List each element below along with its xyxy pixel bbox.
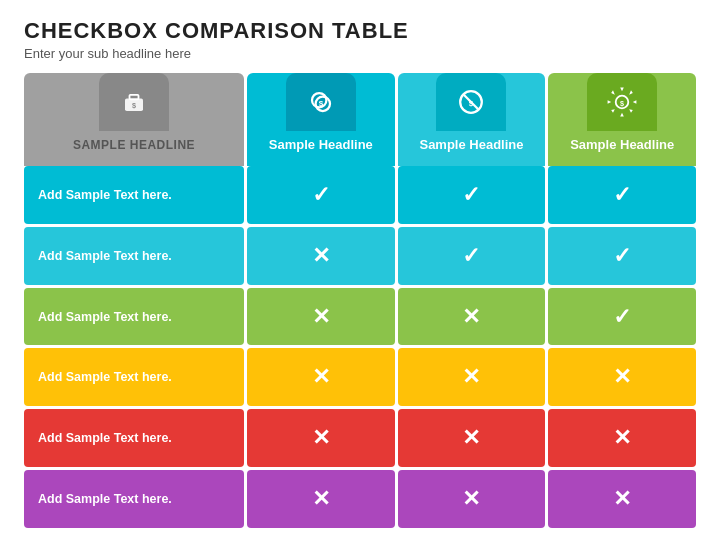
row-1-label[interactable]: Add Sample Text here. <box>24 227 244 285</box>
row-3-cell-2: ✕ <box>548 348 696 406</box>
data-rows: Add Sample Text here. ✓ ✓ ✓ Add Sample T… <box>24 166 696 528</box>
header-row: $ SAMPLE HEADLINE $ Sample Headline <box>24 73 696 166</box>
row-0-cell-1: ✓ <box>398 166 546 224</box>
row-2-cell-0: ✕ <box>247 288 395 346</box>
cross-icon: ✕ <box>613 425 631 451</box>
row-1-cell-1: ✓ <box>398 227 546 285</box>
col-3-icon-tab: $ <box>587 73 657 131</box>
col-1-label: Sample Headline <box>263 137 379 158</box>
col-0-label: SAMPLE HEADLINE <box>67 138 201 158</box>
cross-icon: ✕ <box>312 425 330 451</box>
table-row: Add Sample Text here. ✕ ✕ ✕ <box>24 470 696 528</box>
row-5-label[interactable]: Add Sample Text here. <box>24 470 244 528</box>
check-icon: ✓ <box>613 243 631 269</box>
col-header-3: $ Sample Headline <box>548 73 696 166</box>
col-3-label: Sample Headline <box>564 137 680 158</box>
row-3-cell-0: ✕ <box>247 348 395 406</box>
row-0-cell-0: ✓ <box>247 166 395 224</box>
check-icon: ✓ <box>613 182 631 208</box>
svg-text:$: $ <box>319 99 324 108</box>
row-5-cell-2: ✕ <box>548 470 696 528</box>
row-4-cell-2: ✕ <box>548 409 696 467</box>
cross-icon: ✕ <box>312 243 330 269</box>
svg-text:$: $ <box>620 99 624 108</box>
row-4-cell-0: ✕ <box>247 409 395 467</box>
row-2-cell-1: ✕ <box>398 288 546 346</box>
comparison-table: $ SAMPLE HEADLINE $ Sample Headline <box>24 73 696 528</box>
col-0-icon-tab: $ <box>99 73 169 131</box>
col-1-icon-tab: $ <box>286 73 356 131</box>
sub-headline: Enter your sub headline here <box>24 46 696 61</box>
col-2-label: Sample Headline <box>413 137 529 158</box>
noedit-icon: $ <box>453 84 489 120</box>
row-4-label[interactable]: Add Sample Text here. <box>24 409 244 467</box>
row-0-cell-2: ✓ <box>548 166 696 224</box>
svg-text:$: $ <box>469 99 474 108</box>
check-icon: ✓ <box>462 182 480 208</box>
cross-icon: ✕ <box>462 486 480 512</box>
row-2-label[interactable]: Add Sample Text here. <box>24 288 244 346</box>
gear-money-icon: $ <box>604 84 640 120</box>
cross-icon: ✕ <box>462 364 480 390</box>
row-1-cell-2: ✓ <box>548 227 696 285</box>
check-icon: ✓ <box>462 243 480 269</box>
row-0-label[interactable]: Add Sample Text here. <box>24 166 244 224</box>
cross-icon: ✕ <box>312 364 330 390</box>
row-4-cell-1: ✕ <box>398 409 546 467</box>
col-header-0: $ SAMPLE HEADLINE <box>24 73 244 166</box>
cross-icon: ✕ <box>613 364 631 390</box>
coins-icon: $ <box>303 84 339 120</box>
table-row: Add Sample Text here. ✓ ✓ ✓ <box>24 166 696 224</box>
row-1-cell-0: ✕ <box>247 227 395 285</box>
table-row: Add Sample Text here. ✕ ✓ ✓ <box>24 227 696 285</box>
col-header-2: $ Sample Headline <box>398 73 546 166</box>
row-3-label[interactable]: Add Sample Text here. <box>24 348 244 406</box>
cross-icon: ✕ <box>312 486 330 512</box>
main-title: CHECKBOX COMPARISON TABLE <box>24 18 696 44</box>
col-2-icon-tab: $ <box>436 73 506 131</box>
check-icon: ✓ <box>312 182 330 208</box>
table-row: Add Sample Text here. ✕ ✕ ✕ <box>24 409 696 467</box>
row-3-cell-1: ✕ <box>398 348 546 406</box>
check-icon: ✓ <box>613 304 631 330</box>
cross-icon: ✕ <box>312 304 330 330</box>
table-row: Add Sample Text here. ✕ ✕ ✓ <box>24 288 696 346</box>
page: CHECKBOX COMPARISON TABLE Enter your sub… <box>0 0 720 540</box>
svg-rect-1 <box>130 95 139 100</box>
cross-icon: ✕ <box>462 304 480 330</box>
cross-icon: ✕ <box>613 486 631 512</box>
svg-text:$: $ <box>132 101 136 110</box>
row-2-cell-2: ✓ <box>548 288 696 346</box>
cross-icon: ✕ <box>462 425 480 451</box>
row-5-cell-1: ✕ <box>398 470 546 528</box>
row-5-cell-0: ✕ <box>247 470 395 528</box>
col-header-1: $ Sample Headline <box>247 73 395 166</box>
briefcase-icon: $ <box>116 84 152 120</box>
table-row: Add Sample Text here. ✕ ✕ ✕ <box>24 348 696 406</box>
